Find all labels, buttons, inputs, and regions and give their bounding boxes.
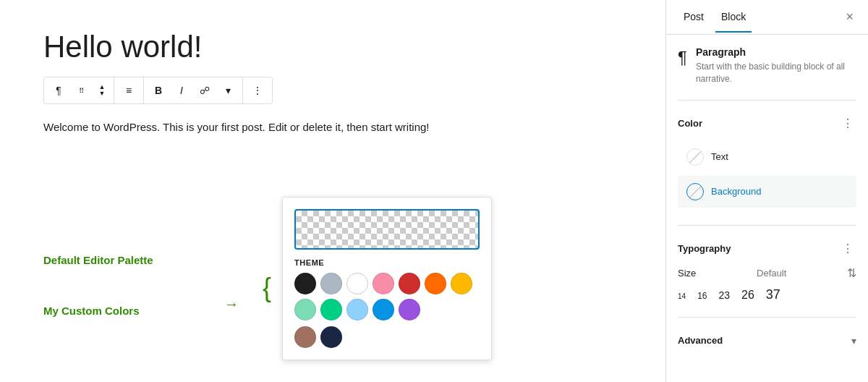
color-swatch-pale-cyan-blue[interactable]	[346, 299, 368, 321]
bold-button[interactable]: B	[147, 77, 170, 103]
custom-swatches	[294, 326, 480, 348]
custom-swatch-custom-dark-navy[interactable]	[320, 326, 342, 348]
brace-icon: {	[263, 275, 271, 301]
color-picker-popup: THEME	[282, 197, 492, 360]
font-size-option-16[interactable]: 16	[697, 291, 707, 301]
block-description: Start with the basic building block of a…	[696, 61, 856, 85]
typography-section-title: Typography	[678, 243, 731, 254]
size-label: Size	[678, 268, 696, 279]
block-paragraph-icon: ¶	[678, 48, 687, 68]
typography-section-header: Typography ⋮	[678, 240, 856, 258]
post-title: Hello world!	[43, 29, 622, 65]
tab-post[interactable]: Post	[678, 2, 710, 33]
custom-swatch-custom-mauve[interactable]	[294, 326, 316, 348]
size-control-icon[interactable]: ⇅	[847, 266, 856, 280]
color-swatch-black[interactable]	[294, 273, 316, 294]
advanced-label: Advanced	[678, 335, 723, 346]
toolbar-group-more: ⋮	[243, 77, 272, 103]
font-size-option-14[interactable]: 14	[678, 292, 686, 300]
post-content[interactable]: Welcome to WordPress. This is your first…	[43, 119, 622, 136]
font-sizes: 1416232637	[678, 287, 856, 302]
block-info: ¶ Paragraph Start with the basic buildin…	[678, 46, 856, 101]
paragraph-type-button[interactable]: ¶	[47, 77, 70, 103]
color-swatch-vivid-cyan-blue[interactable]	[373, 299, 394, 321]
color-swatch-vivid-green-cyan[interactable]	[320, 299, 342, 321]
background-color-label: Background	[711, 186, 761, 197]
custom-arrow-icon: →	[224, 296, 239, 313]
tab-block[interactable]: Block	[715, 2, 752, 33]
right-sidebar: Post Block × ¶ Paragraph Start with the …	[665, 0, 868, 382]
background-color-option[interactable]: Background	[678, 176, 856, 208]
toolbar-group-align: ≡	[114, 77, 144, 103]
typography-section: Typography ⋮ Size Default ⇅ 1416232637	[678, 240, 856, 318]
sidebar-content: ¶ Paragraph Start with the basic buildin…	[666, 35, 868, 382]
color-section-header: Color ⋮	[678, 115, 856, 132]
size-row: Size Default ⇅	[678, 266, 856, 280]
move-down-icon[interactable]: ▼	[99, 90, 106, 97]
color-swatch-white[interactable]	[346, 273, 368, 294]
theme-label: THEME	[294, 258, 480, 267]
block-name: Paragraph	[696, 46, 856, 58]
annotation-custom-label: My Custom Colors	[43, 305, 140, 317]
color-swatch-cyan-bluish-gray[interactable]	[320, 273, 342, 294]
font-size-option-37[interactable]: 37	[766, 287, 780, 302]
italic-button[interactable]: I	[170, 77, 193, 103]
font-size-option-23[interactable]: 23	[718, 289, 730, 301]
toolbar-group-type: ¶ ⠿ ▲ ▼	[44, 77, 114, 103]
text-color-option[interactable]: Text	[678, 141, 856, 173]
size-default: Default	[757, 268, 786, 279]
sidebar-tabs: Post Block ×	[666, 0, 868, 35]
font-size-option-26[interactable]: 26	[741, 289, 754, 302]
drag-handle-button[interactable]: ⠿	[70, 77, 93, 103]
editor-area: Hello world! ¶ ⠿ ▲ ▼ ≡ B I ☍ ▾ ⋮ Welcome…	[0, 0, 665, 382]
color-section-menu[interactable]: ⋮	[839, 115, 856, 132]
text-color-circle	[686, 148, 704, 166]
color-swatch-pale-pink[interactable]	[373, 273, 394, 294]
theme-swatches	[294, 273, 480, 321]
close-button[interactable]: ×	[843, 7, 856, 27]
move-buttons[interactable]: ▲ ▼	[93, 77, 111, 103]
color-swatch-vivid-purple[interactable]	[399, 299, 420, 321]
block-info-text: Paragraph Start with the basic building …	[696, 46, 856, 85]
advanced-section[interactable]: Advanced ▾	[678, 332, 856, 349]
color-section: Color ⋮ Text Background	[678, 115, 856, 226]
link-button[interactable]: ☍	[193, 77, 216, 103]
typography-section-menu[interactable]: ⋮	[839, 240, 856, 258]
chevron-down-icon: ▾	[851, 335, 856, 347]
color-swatch-light-green-cyan[interactable]	[294, 299, 316, 321]
color-preview-box[interactable]	[294, 209, 480, 250]
block-toolbar: ¶ ⠿ ▲ ▼ ≡ B I ☍ ▾ ⋮	[43, 77, 273, 104]
text-color-label: Text	[711, 151, 728, 162]
align-button[interactable]: ≡	[117, 77, 140, 103]
more-formats-button[interactable]: ▾	[216, 77, 239, 103]
color-section-title: Color	[678, 118, 702, 129]
toolbar-group-format: B I ☍ ▾	[144, 77, 243, 103]
options-button[interactable]: ⋮	[246, 77, 269, 103]
background-color-circle	[686, 183, 704, 200]
color-swatch-luminous-vivid-amber[interactable]	[451, 273, 472, 294]
annotation-default-label: Default Editor Palette	[43, 254, 153, 266]
color-swatch-vivid-red[interactable]	[399, 273, 420, 294]
color-swatch-luminous-vivid-orange[interactable]	[425, 273, 446, 294]
